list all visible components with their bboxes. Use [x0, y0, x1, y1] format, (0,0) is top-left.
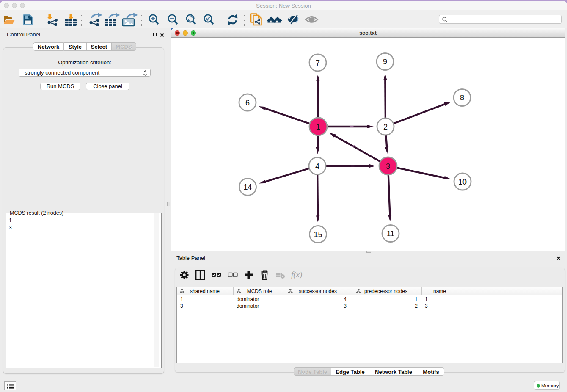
- svg-text:predecessor nodes: predecessor nodes: [364, 288, 407, 294]
- svg-text:successor nodes: successor nodes: [299, 288, 337, 294]
- svg-text:6: 6: [245, 99, 250, 107]
- svg-text:14: 14: [243, 183, 252, 191]
- svg-text:2: 2: [383, 123, 388, 131]
- svg-text:name: name: [433, 288, 446, 294]
- svg-text:10: 10: [458, 178, 467, 186]
- svg-text:3: 3: [386, 162, 390, 171]
- svg-text:4: 4: [315, 162, 319, 171]
- svg-text:11: 11: [387, 229, 395, 238]
- svg-text:8: 8: [460, 94, 464, 102]
- svg-text:f(x): f(x): [291, 270, 302, 279]
- svg-text:7: 7: [316, 59, 320, 67]
- svg-text:shared name: shared name: [190, 288, 220, 294]
- svg-text:15: 15: [314, 230, 322, 239]
- svg-text:1: 1: [316, 123, 320, 131]
- svg-text:MCDS role: MCDS role: [247, 288, 272, 294]
- svg-text:9: 9: [383, 58, 387, 66]
